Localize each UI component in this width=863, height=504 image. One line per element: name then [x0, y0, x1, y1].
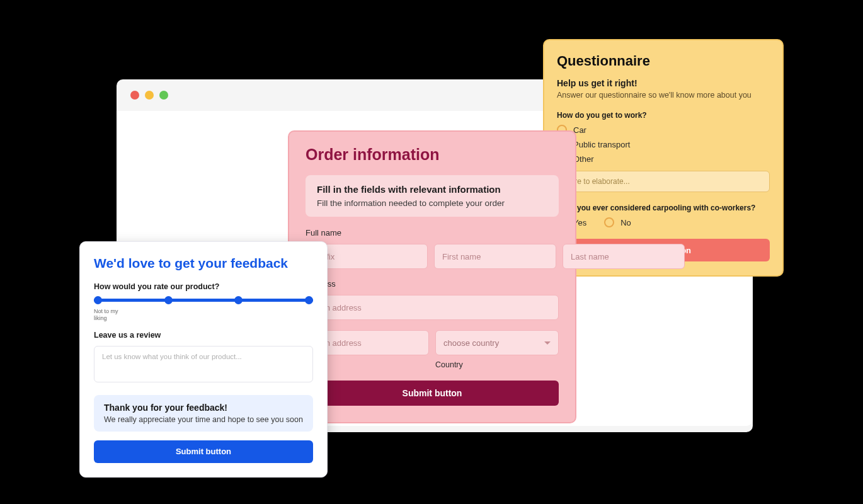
- thanks-desc: We really appreciate your time and hope …: [104, 415, 303, 424]
- firstname-input[interactable]: [434, 244, 556, 269]
- slider-dot[interactable]: [234, 296, 243, 304]
- slider-dots: [94, 296, 313, 304]
- review-textarea[interactable]: [94, 346, 313, 382]
- country-select-placeholder: choose country: [443, 338, 499, 348]
- address-line1-input[interactable]: [306, 295, 559, 320]
- order-infobox: Fill in the fields with relevant informa…: [306, 175, 559, 217]
- feedback-title: We'd love to get your feedback: [94, 256, 313, 271]
- order-title: Order information: [306, 146, 559, 164]
- question-2-label: Have you ever considered carpooling with…: [557, 203, 770, 212]
- rating-question: How would you rate our product?: [94, 282, 313, 291]
- feedback-card: We'd love to get your feedback How would…: [79, 241, 328, 478]
- questionnaire-title: Questionnaire: [557, 53, 770, 69]
- order-infobox-title: Fill in the fields with relevant informa…: [317, 184, 547, 195]
- review-label: Leave us a review: [94, 331, 313, 340]
- questionnaire-card: Questionnaire Help us get it right! Answ…: [543, 39, 784, 277]
- traffic-light-close-icon[interactable]: [130, 91, 139, 100]
- feedback-submit-button[interactable]: Submit button: [94, 440, 313, 463]
- thanks-box: Thank you for your feedback! We really a…: [94, 395, 313, 432]
- radio-label: Public transport: [573, 140, 630, 149]
- questionnaire-subtitle: Help us get it right!: [557, 78, 770, 88]
- thanks-title: Thank you for your feedback!: [104, 403, 303, 413]
- radio-option-no[interactable]: No: [604, 217, 631, 227]
- country-sublabel: Country: [435, 360, 559, 369]
- order-card: Order information Fill in the fields wit…: [288, 130, 576, 423]
- rating-slider[interactable]: [94, 299, 313, 302]
- slider-dot[interactable]: [94, 296, 102, 304]
- address-label: Address: [306, 279, 559, 289]
- slider-dot[interactable]: [305, 296, 313, 304]
- slider-dot[interactable]: [164, 296, 173, 304]
- radio-option-car[interactable]: Car: [557, 125, 770, 135]
- radio-option-public-transport[interactable]: Public transport: [557, 139, 770, 149]
- questionnaire-desc: Answer our questionnaire so we'll know m…: [557, 91, 770, 100]
- slider-left-label: Not to my liking: [94, 308, 119, 322]
- traffic-light-minimize-icon[interactable]: [145, 91, 154, 100]
- lastname-input[interactable]: [563, 244, 685, 269]
- fullname-label: Full name: [306, 228, 559, 238]
- traffic-light-maximize-icon[interactable]: [159, 91, 168, 100]
- country-select[interactable]: choose country: [435, 330, 559, 355]
- order-infobox-desc: Fill the information needed to complete …: [317, 198, 547, 208]
- chevron-down-icon: [544, 341, 551, 345]
- elaborate-input[interactable]: [557, 171, 770, 192]
- radio-label: No: [620, 218, 631, 227]
- question-1-label: How do you get to work?: [557, 111, 770, 120]
- radio-icon: [604, 217, 614, 227]
- order-submit-button[interactable]: Submit button: [306, 381, 559, 406]
- radio-option-other[interactable]: Other: [557, 154, 770, 164]
